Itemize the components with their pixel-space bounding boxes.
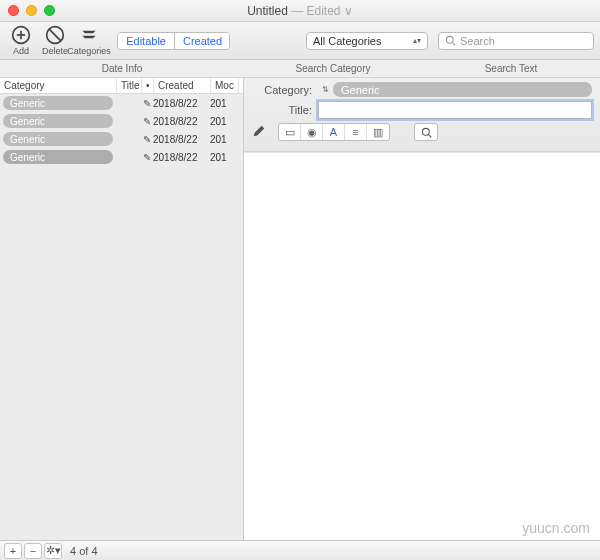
table-row[interactable]: Generic✎2018/8/22201: [0, 94, 243, 112]
subheader: Date Info Search Category Search Text: [0, 60, 600, 78]
toolbar: Add Delete Categories Editable Created M…: [0, 22, 600, 60]
editor-area[interactable]: [244, 152, 600, 540]
zoom-window[interactable]: [44, 5, 55, 16]
col-created[interactable]: Created: [154, 78, 211, 93]
stack-icon: [79, 25, 99, 45]
statusbar: + − ✲▾ 4 of 4: [0, 540, 600, 560]
row-category: Generic: [3, 132, 113, 146]
svg-line-4: [49, 29, 61, 41]
row-modified: 201: [210, 152, 238, 163]
seg-created[interactable]: Created: [175, 33, 230, 49]
table-row[interactable]: Generic✎2018/8/22201: [0, 148, 243, 166]
date-segment: Editable Created Modified: [117, 32, 230, 50]
svg-line-8: [428, 134, 431, 137]
row-created: 2018/8/22: [153, 152, 210, 163]
pencil-icon: [252, 124, 270, 140]
svg-point-5: [446, 36, 453, 43]
column-headers: Category Title • Created Moc: [0, 78, 243, 94]
category-filter[interactable]: All Categories ▴▾: [306, 32, 428, 50]
traffic-lights: [8, 5, 55, 16]
row-modified: 201: [210, 134, 238, 145]
detail-panel: Category: ⇅ Generic Title: ▭ ◉ A ≡ ▥: [244, 78, 600, 540]
image-icon[interactable]: ▭: [279, 124, 301, 140]
table-row[interactable]: Generic✎2018/8/22201: [0, 112, 243, 130]
search-category-label: Search Category: [244, 60, 422, 77]
search-input[interactable]: Search: [438, 32, 594, 50]
no-entry-icon: [45, 25, 65, 45]
row-created: 2018/8/22: [153, 98, 210, 109]
chevron-updown-icon: ▴▾: [413, 36, 421, 45]
close-window[interactable]: [8, 5, 19, 16]
search-in-text[interactable]: [414, 123, 438, 141]
row-category: Generic: [3, 96, 113, 110]
table-row[interactable]: Generic✎2018/8/22201: [0, 130, 243, 148]
date-info-label: Date Info: [0, 60, 244, 77]
category-value[interactable]: Generic: [333, 82, 592, 97]
col-title[interactable]: Title: [117, 78, 142, 93]
row-modified: 201: [210, 98, 238, 109]
col-editable[interactable]: •: [142, 78, 154, 93]
seg-editable[interactable]: Editable: [118, 33, 175, 49]
detail-header: Category: ⇅ Generic Title: ▭ ◉ A ≡ ▥: [244, 78, 600, 152]
dropdown-arrows-icon[interactable]: ⇅: [322, 85, 329, 94]
row-created: 2018/8/22: [153, 116, 210, 127]
columns-icon[interactable]: ▥: [367, 124, 389, 140]
color-icon[interactable]: ◉: [301, 124, 323, 140]
plus-circle-icon: [11, 25, 31, 45]
pencil-icon: ✎: [141, 134, 153, 145]
align-icon[interactable]: ≡: [345, 124, 367, 140]
pencil-icon: ✎: [141, 98, 153, 109]
pencil-icon: ✎: [141, 152, 153, 163]
add-row-button[interactable]: +: [4, 543, 22, 559]
search-icon: [415, 124, 437, 140]
titlebar: Untitled — Edited ∨: [0, 0, 600, 22]
minimize-window[interactable]: [26, 5, 37, 16]
rows-container: Generic✎2018/8/22201Generic✎2018/8/22201…: [0, 94, 243, 540]
add-button[interactable]: Add: [6, 25, 36, 56]
pencil-icon: ✎: [141, 116, 153, 127]
svg-line-6: [453, 43, 456, 46]
delete-button[interactable]: Delete: [40, 25, 70, 56]
category-label: Category:: [252, 84, 312, 96]
row-created: 2018/8/22: [153, 134, 210, 145]
format-group-1: ▭ ◉ A ≡ ▥: [278, 123, 390, 141]
window-title: Untitled — Edited ∨: [0, 4, 600, 18]
title-label: Title:: [252, 104, 312, 116]
row-category: Generic: [3, 114, 113, 128]
action-menu-button[interactable]: ✲▾: [44, 543, 62, 559]
list-panel: Category Title • Created Moc Generic✎201…: [0, 78, 244, 540]
title-field[interactable]: [318, 101, 592, 119]
row-category: Generic: [3, 150, 113, 164]
remove-row-button[interactable]: −: [24, 543, 42, 559]
font-icon[interactable]: A: [323, 124, 345, 140]
content: Category Title • Created Moc Generic✎201…: [0, 78, 600, 540]
row-count: 4 of 4: [70, 545, 98, 557]
svg-point-7: [422, 128, 429, 135]
search-icon: [445, 35, 456, 46]
col-category[interactable]: Category: [0, 78, 117, 93]
col-modified[interactable]: Moc: [211, 78, 239, 93]
categories-button[interactable]: Categories: [74, 25, 104, 56]
search-text-label: Search Text: [422, 60, 600, 77]
row-modified: 201: [210, 116, 238, 127]
